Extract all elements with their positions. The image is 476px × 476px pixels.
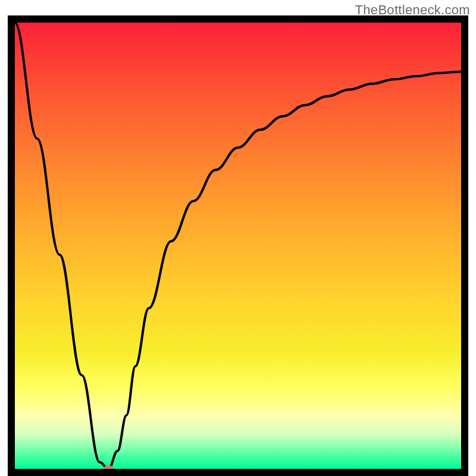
bottleneck-curve bbox=[15, 23, 461, 469]
watermark-text: TheBottleneck.com bbox=[355, 2, 470, 18]
chart-container: TheBottleneck.com bbox=[0, 0, 476, 476]
plot-frame bbox=[8, 15, 468, 476]
plot-area bbox=[15, 23, 461, 469]
optimal-point-marker bbox=[104, 465, 114, 469]
